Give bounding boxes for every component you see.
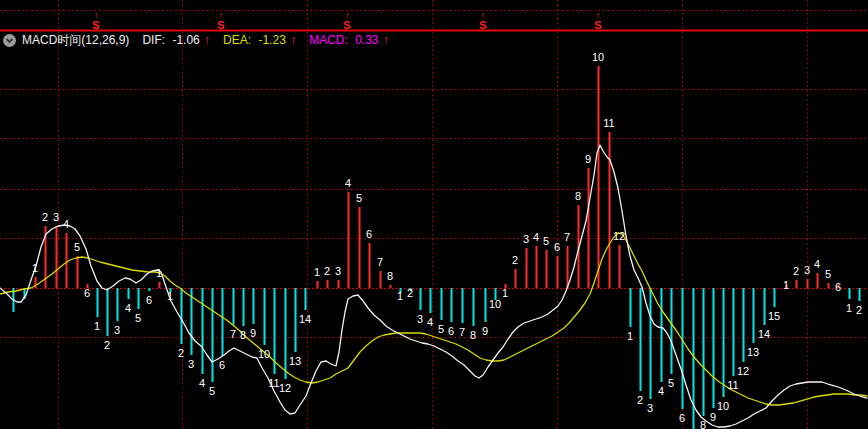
bar-count-label: 6 [835, 281, 841, 293]
macd-label: MACD: [309, 33, 348, 47]
bar-count-label: 4 [63, 218, 69, 230]
bar-count-label: 9 [585, 153, 591, 165]
bar-count-label: 1 [314, 266, 320, 278]
bar-count-label: 1 [627, 330, 633, 342]
dea-value: -1.23 [258, 33, 285, 47]
bar-count-label: 6 [448, 325, 454, 337]
bar-count-label: 3 [114, 324, 120, 336]
macd-indicator-panel: ↑S↑S↑S↑S↑S123456123456112345678910111213… [0, 0, 868, 429]
dif-readout: DIF: -1.06 ↑ [142, 32, 210, 49]
dea-label: DEA: [223, 33, 251, 47]
bar-count-label: 11 [727, 379, 738, 391]
bar-count-label: 3 [335, 265, 341, 277]
bar-count-label: 15 [768, 310, 780, 322]
bar-count-label: 7 [459, 326, 465, 338]
bar-count-label: 6 [84, 287, 90, 299]
bar-count-label: 4 [199, 377, 205, 389]
sell-signal-marker: S [217, 19, 224, 31]
bar-count-label: 3 [523, 233, 529, 245]
bar-count-label: 1 [156, 267, 162, 279]
bar-count-label: 4 [658, 385, 664, 397]
bar-count-label: 2 [178, 347, 184, 359]
bar-count-label: 10 [717, 400, 729, 412]
bar-count-label: 12 [613, 230, 625, 242]
bar-count-label: 4 [427, 316, 433, 328]
bar-count-label: 7 [564, 231, 570, 243]
bar-count-label: 10 [258, 348, 270, 360]
bar-count-label: 2 [512, 254, 518, 266]
bar-count-label: 9 [710, 411, 716, 423]
bar-count-label: 5 [438, 323, 444, 335]
bar-count-label: 4 [125, 302, 131, 314]
bar-count-label: 1 [397, 290, 403, 302]
bar-count-label: 12 [737, 365, 749, 377]
bar-count-label: 8 [470, 329, 476, 341]
bar-count-label: 6 [219, 359, 225, 371]
bar-count-label: 2 [42, 211, 48, 223]
bar-count-label: 2 [793, 265, 799, 277]
macd-chart-canvas[interactable]: ↑S↑S↑S↑S↑S123456123456112345678910111213… [0, 0, 868, 429]
bar-count-label: 8 [240, 329, 246, 341]
dif-value: -1.06 [172, 33, 199, 47]
bar-count-label: 1 [846, 302, 852, 314]
bar-count-label: 6 [146, 294, 152, 306]
bar-count-label: 9 [482, 325, 488, 337]
bar-count-label: 11 [603, 117, 614, 129]
dif-up-arrow-icon: ↑ [204, 33, 210, 47]
indicator-header: MACD时间(12,26,9) DIF: -1.06 ↑ DEA: -1.23 … [3, 32, 389, 49]
bar-count-label: 12 [279, 382, 291, 394]
indicator-title: MACD时间(12,26,9) [22, 32, 129, 49]
bar-count-label: 7 [377, 256, 383, 268]
bar-count-label: 4 [533, 231, 539, 243]
bar-count-label: 3 [647, 402, 653, 414]
bar-count-label: 5 [543, 235, 549, 247]
bar-count-label: 13 [289, 355, 301, 367]
bar-count-label: 2 [637, 394, 643, 406]
dea-readout: DEA: -1.23 ↑ [223, 32, 296, 49]
bar-count-label: 13 [747, 346, 759, 358]
macd-value: 0.33 [355, 33, 378, 47]
bar-count-label: 6 [554, 241, 560, 253]
bar-count-label: 3 [804, 264, 810, 276]
bar-count-label: 8 [387, 270, 393, 282]
sell-signal-marker: S [479, 19, 486, 31]
sell-signal-marker: S [92, 19, 99, 31]
bar-count-label: 5 [209, 385, 215, 397]
bar-count-label: 1 [94, 320, 100, 332]
bar-count-label: 4 [814, 258, 820, 270]
bar-count-label: 2 [407, 287, 413, 299]
bar-count-label: 7 [230, 328, 236, 340]
bar-count-label: 2 [324, 265, 330, 277]
bar-count-label: 10 [489, 298, 501, 310]
bar-count-label: 2 [104, 339, 110, 351]
bar-count-label: 5 [74, 241, 80, 253]
bar-count-label: 6 [679, 412, 685, 424]
bar-count-label: 4 [345, 177, 351, 189]
sell-signal-marker: S [343, 19, 350, 31]
bar-count-label: 3 [417, 313, 423, 325]
bar-count-label: 1 [783, 279, 789, 291]
macd-readout: MACD: 0.33 ↑ [309, 32, 389, 49]
macd-up-arrow-icon: ↑ [383, 33, 389, 47]
bar-count-label: 2 [856, 304, 862, 316]
bar-count-label: 14 [758, 328, 770, 340]
bar-count-label: 5 [135, 312, 141, 324]
bar-count-label: 5 [668, 377, 674, 389]
bar-count-label: 9 [250, 327, 256, 339]
bar-count-label: 3 [188, 358, 194, 370]
bar-count-label: 14 [299, 313, 311, 325]
bar-count-label: 10 [592, 51, 604, 63]
bar-count-label: 6 [366, 228, 372, 240]
bar-count-label: 1 [502, 287, 508, 299]
bar-count-label: 5 [825, 268, 831, 280]
bar-count-label: 5 [356, 192, 362, 204]
dif-label: DIF: [142, 33, 165, 47]
bar-count-label: 8 [700, 419, 706, 429]
dea-up-arrow-icon: ↑ [290, 33, 296, 47]
bar-count-label: 1 [167, 290, 173, 302]
bar-count-label: 1 [32, 262, 38, 274]
bar-count-label: 8 [575, 190, 581, 202]
bar-count-label: 3 [53, 211, 59, 223]
sell-signal-marker: S [594, 19, 601, 31]
collapse-chevron-icon[interactable] [3, 34, 16, 47]
